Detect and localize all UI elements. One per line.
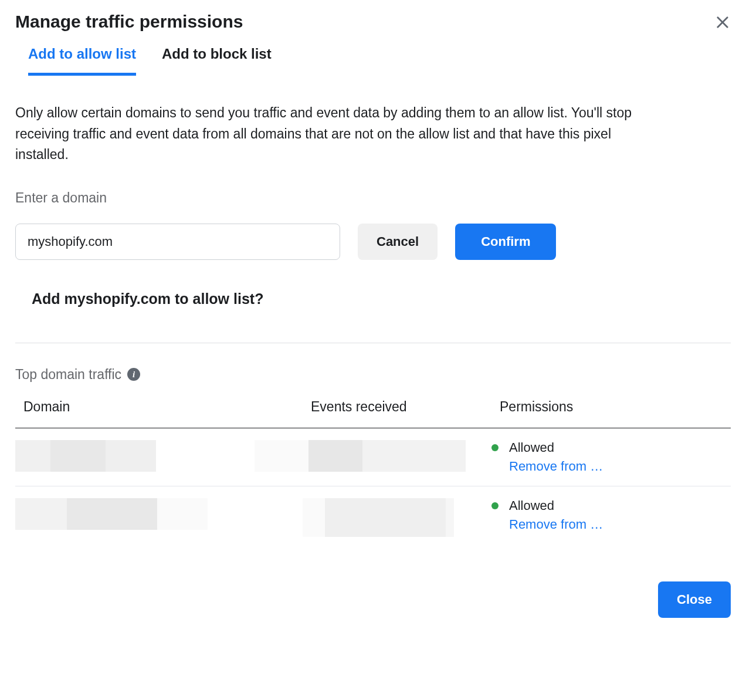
permission-status: Allowed <box>509 440 554 455</box>
col-header-domain: Domain <box>23 399 311 415</box>
dialog-title: Manage traffic permissions <box>15 12 243 32</box>
redacted-events <box>255 440 491 472</box>
cancel-button[interactable]: Cancel <box>358 224 438 260</box>
domain-input[interactable] <box>15 224 340 260</box>
table-row: Allowed Remove from … <box>15 486 731 549</box>
table-row: Allowed Remove from … <box>15 428 731 486</box>
table-header-row: Domain Events received Permissions <box>15 399 731 428</box>
remove-from-list-link[interactable]: Remove from … <box>491 459 723 474</box>
tab-block-list[interactable]: Add to block list <box>162 46 272 76</box>
close-button[interactable]: Close <box>658 581 731 618</box>
divider <box>15 343 731 343</box>
traffic-table: Domain Events received Permissions Allow… <box>15 399 731 549</box>
permission-status: Allowed <box>509 498 554 513</box>
status-dot-icon <box>491 444 499 451</box>
status-dot-icon <box>491 502 499 509</box>
redacted-domain <box>15 498 303 530</box>
confirm-prompt-text: Add myshopify.com to allow list? <box>32 290 731 307</box>
redacted-events <box>303 498 491 537</box>
close-icon[interactable] <box>714 14 731 31</box>
col-header-events: Events received <box>311 399 500 415</box>
remove-from-list-link[interactable]: Remove from … <box>491 517 723 532</box>
confirm-button[interactable]: Confirm <box>455 224 556 260</box>
info-icon[interactable]: i <box>127 368 140 381</box>
tab-bar: Add to allow list Add to block list <box>28 46 731 76</box>
domain-field-label: Enter a domain <box>15 190 731 206</box>
description-text: Only allow certain domains to send you t… <box>15 103 637 165</box>
tab-allow-list[interactable]: Add to allow list <box>28 46 136 76</box>
col-header-permissions: Permissions <box>500 399 723 415</box>
top-domain-traffic-label: Top domain traffic <box>15 367 121 383</box>
